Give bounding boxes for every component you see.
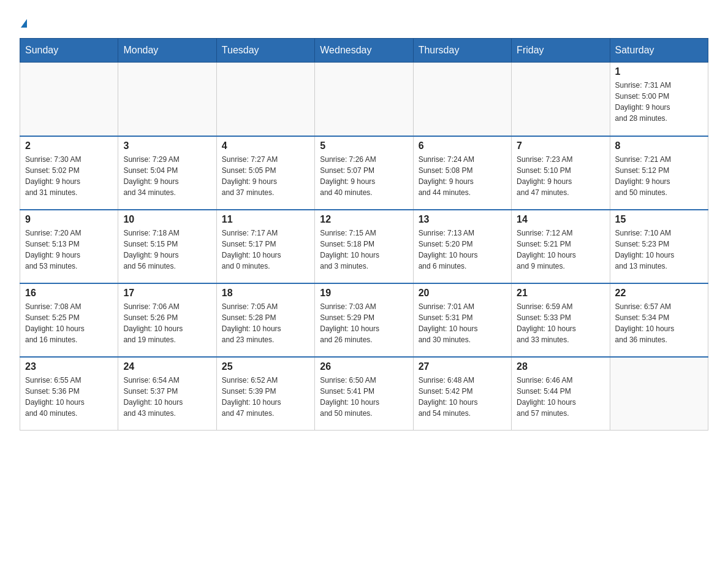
day-info: Sunrise: 7:06 AM Sunset: 5:26 PM Dayligh…: [123, 301, 211, 345]
day-info: Sunrise: 7:15 AM Sunset: 5:18 PM Dayligh…: [320, 228, 408, 272]
calendar-cell: 25Sunrise: 6:52 AM Sunset: 5:39 PM Dayli…: [216, 357, 314, 431]
header-sunday: Sunday: [20, 39, 118, 63]
day-info: Sunrise: 7:23 AM Sunset: 5:10 PM Dayligh…: [517, 154, 604, 198]
day-info: Sunrise: 7:10 AM Sunset: 5:23 PM Dayligh…: [615, 228, 703, 272]
calendar-cell: 3Sunrise: 7:29 AM Sunset: 5:04 PM Daylig…: [118, 136, 216, 210]
calendar-cell: 27Sunrise: 6:48 AM Sunset: 5:42 PM Dayli…: [413, 357, 511, 431]
calendar-cell: [216, 63, 314, 136]
day-number: 17: [123, 288, 211, 299]
day-info: Sunrise: 7:01 AM Sunset: 5:31 PM Dayligh…: [419, 301, 506, 345]
calendar-cell: 14Sunrise: 7:12 AM Sunset: 5:21 PM Dayli…: [512, 210, 610, 283]
day-info: Sunrise: 7:27 AM Sunset: 5:05 PM Dayligh…: [222, 154, 309, 198]
calendar-cell: 11Sunrise: 7:17 AM Sunset: 5:17 PM Dayli…: [216, 210, 314, 283]
calendar-cell: 20Sunrise: 7:01 AM Sunset: 5:31 PM Dayli…: [413, 283, 511, 357]
day-info: Sunrise: 7:30 AM Sunset: 5:02 PM Dayligh…: [25, 154, 113, 198]
calendar-cell: 7Sunrise: 7:23 AM Sunset: 5:10 PM Daylig…: [512, 136, 610, 210]
calendar-cell: 12Sunrise: 7:15 AM Sunset: 5:18 PM Dayli…: [315, 210, 413, 283]
calendar-cell: 22Sunrise: 6:57 AM Sunset: 5:34 PM Dayli…: [610, 283, 708, 357]
day-info: Sunrise: 7:03 AM Sunset: 5:29 PM Dayligh…: [320, 301, 408, 345]
calendar-cell: 21Sunrise: 6:59 AM Sunset: 5:33 PM Dayli…: [512, 283, 610, 357]
day-number: 25: [222, 361, 309, 372]
calendar-week-row: 9Sunrise: 7:20 AM Sunset: 5:13 PM Daylig…: [20, 210, 708, 283]
calendar-cell: 17Sunrise: 7:06 AM Sunset: 5:26 PM Dayli…: [118, 283, 216, 357]
day-number: 28: [517, 361, 604, 372]
day-number: 5: [320, 140, 408, 151]
calendar-table: Sunday Monday Tuesday Wednesday Thursday…: [20, 38, 708, 431]
calendar-cell: [413, 63, 511, 136]
calendar-cell: [20, 63, 118, 136]
day-info: Sunrise: 6:59 AM Sunset: 5:33 PM Dayligh…: [517, 301, 604, 345]
day-number: 7: [517, 140, 604, 151]
day-info: Sunrise: 7:26 AM Sunset: 5:07 PM Dayligh…: [320, 154, 408, 198]
calendar-cell: 6Sunrise: 7:24 AM Sunset: 5:08 PM Daylig…: [413, 136, 511, 210]
day-info: Sunrise: 7:08 AM Sunset: 5:25 PM Dayligh…: [25, 301, 113, 345]
day-info: Sunrise: 6:52 AM Sunset: 5:39 PM Dayligh…: [222, 375, 309, 419]
logo: [20, 15, 27, 31]
calendar-week-row: 16Sunrise: 7:08 AM Sunset: 5:25 PM Dayli…: [20, 283, 708, 357]
calendar-week-row: 2Sunrise: 7:30 AM Sunset: 5:02 PM Daylig…: [20, 136, 708, 210]
day-number: 6: [419, 140, 506, 151]
header-thursday: Thursday: [413, 39, 511, 63]
day-number: 12: [320, 214, 408, 225]
calendar-cell: [118, 63, 216, 136]
day-number: 1: [615, 66, 703, 77]
day-number: 21: [517, 288, 604, 299]
calendar-cell: 2Sunrise: 7:30 AM Sunset: 5:02 PM Daylig…: [20, 136, 118, 210]
calendar-cell: [610, 357, 708, 431]
day-number: 10: [123, 214, 211, 225]
calendar-cell: 1Sunrise: 7:31 AM Sunset: 5:00 PM Daylig…: [610, 63, 708, 136]
day-number: 3: [123, 140, 211, 151]
day-info: Sunrise: 6:46 AM Sunset: 5:44 PM Dayligh…: [517, 375, 604, 419]
calendar-cell: 28Sunrise: 6:46 AM Sunset: 5:44 PM Dayli…: [512, 357, 610, 431]
day-info: Sunrise: 7:05 AM Sunset: 5:28 PM Dayligh…: [222, 301, 309, 345]
calendar-cell: [512, 63, 610, 136]
day-number: 14: [517, 214, 604, 225]
day-number: 26: [320, 361, 408, 372]
day-number: 27: [419, 361, 506, 372]
calendar-cell: 13Sunrise: 7:13 AM Sunset: 5:20 PM Dayli…: [413, 210, 511, 283]
day-info: Sunrise: 6:48 AM Sunset: 5:42 PM Dayligh…: [419, 375, 506, 419]
day-info: Sunrise: 6:54 AM Sunset: 5:37 PM Dayligh…: [123, 375, 211, 419]
day-number: 19: [320, 288, 408, 299]
calendar-cell: 4Sunrise: 7:27 AM Sunset: 5:05 PM Daylig…: [216, 136, 314, 210]
day-number: 22: [615, 288, 703, 299]
day-number: 24: [123, 361, 211, 372]
calendar-cell: 8Sunrise: 7:21 AM Sunset: 5:12 PM Daylig…: [610, 136, 708, 210]
day-info: Sunrise: 7:21 AM Sunset: 5:12 PM Dayligh…: [615, 154, 703, 198]
header-friday: Friday: [512, 39, 610, 63]
day-info: Sunrise: 7:17 AM Sunset: 5:17 PM Dayligh…: [222, 228, 309, 272]
day-info: Sunrise: 7:29 AM Sunset: 5:04 PM Dayligh…: [123, 154, 211, 198]
calendar-cell: 9Sunrise: 7:20 AM Sunset: 5:13 PM Daylig…: [20, 210, 118, 283]
calendar-header-row: Sunday Monday Tuesday Wednesday Thursday…: [20, 39, 708, 63]
logo-triangle-icon: [21, 19, 27, 28]
day-number: 23: [25, 361, 113, 372]
day-info: Sunrise: 7:24 AM Sunset: 5:08 PM Dayligh…: [419, 154, 506, 198]
calendar-week-row: 1Sunrise: 7:31 AM Sunset: 5:00 PM Daylig…: [20, 63, 708, 136]
day-info: Sunrise: 7:18 AM Sunset: 5:15 PM Dayligh…: [123, 228, 211, 272]
calendar-cell: 19Sunrise: 7:03 AM Sunset: 5:29 PM Dayli…: [315, 283, 413, 357]
page-header: [20, 15, 708, 31]
calendar-week-row: 23Sunrise: 6:55 AM Sunset: 5:36 PM Dayli…: [20, 357, 708, 431]
day-info: Sunrise: 7:12 AM Sunset: 5:21 PM Dayligh…: [517, 228, 604, 272]
day-number: 9: [25, 214, 113, 225]
day-number: 20: [419, 288, 506, 299]
calendar-cell: 18Sunrise: 7:05 AM Sunset: 5:28 PM Dayli…: [216, 283, 314, 357]
day-info: Sunrise: 7:31 AM Sunset: 5:00 PM Dayligh…: [615, 80, 703, 124]
header-saturday: Saturday: [610, 39, 708, 63]
header-tuesday: Tuesday: [216, 39, 314, 63]
day-number: 15: [615, 214, 703, 225]
calendar-cell: 26Sunrise: 6:50 AM Sunset: 5:41 PM Dayli…: [315, 357, 413, 431]
calendar-cell: [315, 63, 413, 136]
calendar-cell: 5Sunrise: 7:26 AM Sunset: 5:07 PM Daylig…: [315, 136, 413, 210]
header-monday: Monday: [118, 39, 216, 63]
day-info: Sunrise: 6:57 AM Sunset: 5:34 PM Dayligh…: [615, 301, 703, 345]
calendar-cell: 10Sunrise: 7:18 AM Sunset: 5:15 PM Dayli…: [118, 210, 216, 283]
day-number: 13: [419, 214, 506, 225]
day-info: Sunrise: 7:13 AM Sunset: 5:20 PM Dayligh…: [419, 228, 506, 272]
day-info: Sunrise: 6:50 AM Sunset: 5:41 PM Dayligh…: [320, 375, 408, 419]
calendar-cell: 16Sunrise: 7:08 AM Sunset: 5:25 PM Dayli…: [20, 283, 118, 357]
header-wednesday: Wednesday: [315, 39, 413, 63]
day-number: 8: [615, 140, 703, 151]
day-number: 2: [25, 140, 113, 151]
day-info: Sunrise: 6:55 AM Sunset: 5:36 PM Dayligh…: [25, 375, 113, 419]
